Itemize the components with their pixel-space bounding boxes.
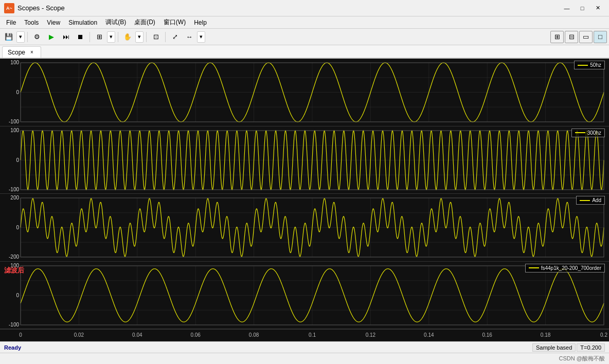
plot-panel-1: 50hz	[0, 59, 609, 126]
status-ready: Ready	[4, 344, 532, 351]
legend-line-1	[578, 65, 588, 66]
tile-v-button[interactable]: ▭	[579, 31, 593, 43]
legend-line-3	[580, 200, 590, 201]
cursor-dropdown[interactable]: ▾	[197, 31, 205, 43]
window-controls: — □ ✕	[560, 3, 605, 13]
zoom-button[interactable]: ⤢	[168, 31, 182, 43]
menu-view[interactable]: View	[43, 18, 64, 27]
waveform-canvas-3	[0, 194, 609, 261]
menu-desktop[interactable]: 桌面(D)	[130, 17, 159, 28]
legend-2: 300hz	[571, 129, 605, 137]
pan-dropdown[interactable]: ▾	[135, 31, 144, 43]
cursor-button[interactable]: ↔	[183, 31, 196, 43]
legend-3: Add	[576, 196, 605, 205]
settings-button[interactable]: ⚙	[30, 31, 44, 43]
tab-close[interactable]: ×	[28, 49, 35, 56]
sample-based-badge: Sample based	[532, 343, 576, 352]
filter-label: 滤波后	[4, 266, 24, 275]
legend-text-4: fs44p1k_20-200_700order	[541, 265, 601, 271]
x-axis-canvas	[0, 330, 609, 341]
legend-text-3: Add	[592, 197, 601, 203]
step-button[interactable]: ⏭	[59, 31, 73, 43]
time-badge: T=0.200	[577, 343, 605, 352]
scope-area: 50hz 300hz Add 滤波后 fs44p1k_20-200_700ord…	[0, 59, 609, 329]
title-bar: A~ Scopes - Scope — □ ✕	[0, 0, 609, 16]
save-dropdown[interactable]: ▾	[16, 31, 25, 43]
tab-label: Scope	[8, 49, 25, 56]
plot-panel-4: 滤波后 fs44p1k_20-200_700order	[0, 262, 609, 330]
watermark-text: CSDN @酸梅不酸	[559, 355, 605, 362]
close-button[interactable]: ✕	[590, 3, 605, 13]
maximize-button[interactable]: □	[575, 3, 589, 13]
pan-button[interactable]: ✋	[121, 31, 134, 43]
app-icon: A~	[4, 3, 14, 13]
waveform-canvas-2	[0, 126, 609, 194]
layout-dropdown[interactable]: ▾	[107, 31, 115, 43]
zoom-fit-button[interactable]: ⊡	[149, 31, 163, 43]
plot-panel-3: Add	[0, 194, 609, 262]
window-title: Scopes - Scope	[17, 4, 560, 12]
tab-bar: Scope ×	[0, 45, 609, 59]
tile-grid-button[interactable]: ⊞	[550, 31, 564, 43]
x-axis	[0, 329, 609, 341]
scope-tab[interactable]: Scope ×	[2, 46, 41, 58]
menu-help[interactable]: Help	[190, 18, 211, 27]
toolbar: 💾 ▾ ⚙ ▶ ⏭ ⏹ ⊞ ▾ ✋ ▾ ⊡ ⤢ ↔ ▾ ⊞ ⊟ ▭ □	[0, 29, 609, 45]
watermark: CSDN @酸梅不酸	[0, 353, 609, 364]
sep2	[89, 32, 90, 42]
menu-tools[interactable]: Tools	[20, 18, 43, 27]
legend-4: fs44p1k_20-200_700order	[525, 264, 605, 272]
sep5	[165, 32, 166, 42]
menu-file[interactable]: File	[2, 18, 20, 27]
legend-1: 50hz	[574, 61, 605, 69]
legend-text-1: 50hz	[590, 62, 601, 68]
minimize-button[interactable]: —	[560, 3, 574, 13]
plot-panel-2: 300hz	[0, 126, 609, 194]
waveform-canvas-1	[0, 59, 609, 126]
waveform-canvas-4	[0, 262, 609, 329]
legend-line-4	[529, 267, 539, 268]
menu-window[interactable]: 窗口(W)	[159, 17, 190, 28]
save-button[interactable]: 💾	[2, 31, 15, 43]
menu-simulation[interactable]: Simulation	[64, 18, 101, 27]
sep1	[27, 32, 28, 42]
status-right: Sample based T=0.200	[532, 343, 605, 352]
layout-button[interactable]: ⊞	[93, 31, 106, 43]
stop-button[interactable]: ⏹	[74, 31, 87, 43]
legend-text-2: 300hz	[587, 130, 601, 136]
status-bar: Ready Sample based T=0.200	[0, 341, 609, 353]
sep4	[146, 32, 147, 42]
legend-line-2	[575, 132, 585, 133]
tile-h-button[interactable]: ⊟	[565, 31, 578, 43]
undock-button[interactable]: □	[594, 31, 607, 43]
menu-debug[interactable]: 调试(B)	[101, 17, 130, 28]
run-button[interactable]: ▶	[45, 31, 58, 43]
sep3	[118, 32, 118, 42]
menu-bar: File Tools View Simulation 调试(B) 桌面(D) 窗…	[0, 16, 609, 29]
